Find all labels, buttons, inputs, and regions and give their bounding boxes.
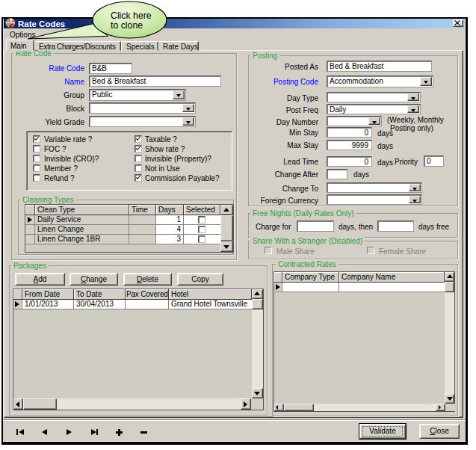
svg-text:to clone: to clone: [111, 20, 143, 31]
svg-text:Click here: Click here: [111, 10, 152, 21]
